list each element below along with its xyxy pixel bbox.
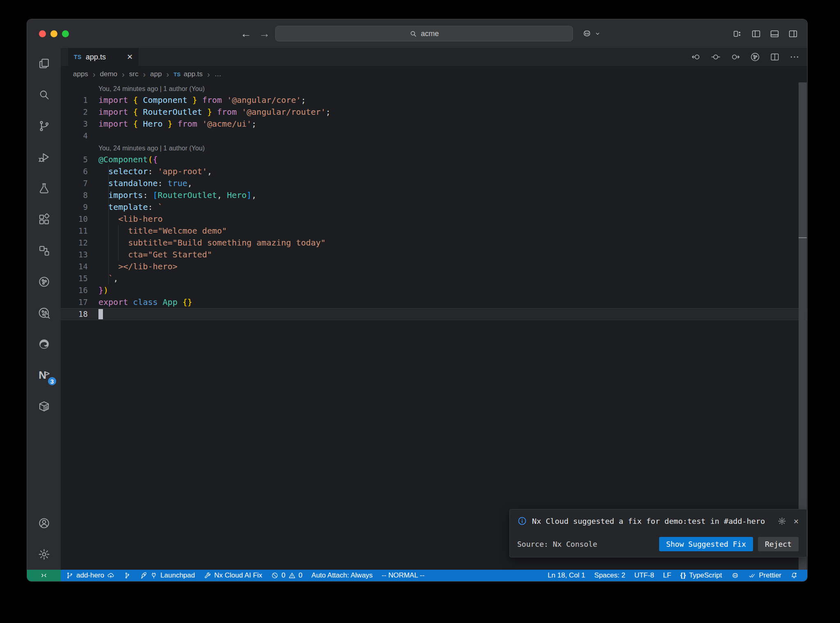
- breadcrumb-item-appts[interactable]: TSapp.ts: [173, 70, 203, 78]
- code-line-12[interactable]: 12 subtitle="Build something amazing tod…: [61, 237, 807, 249]
- nx-graph-search-icon[interactable]: [27, 297, 61, 328]
- code-line-17[interactable]: 17export class App {}: [61, 296, 807, 308]
- code-line-14[interactable]: 14 ></lib-hero>: [61, 261, 807, 273]
- zoom-window-button[interactable]: [62, 30, 69, 37]
- toggle-primary-sidebar-button[interactable]: [751, 29, 761, 39]
- code-line-8[interactable]: 8 imports: [RouterOutlet, Hero],: [61, 189, 807, 201]
- code-line-5[interactable]: 5@Component({: [61, 154, 807, 166]
- encoding-status[interactable]: UTF-8: [630, 570, 658, 581]
- code-line-10[interactable]: 10 <lib-hero: [61, 213, 807, 225]
- notification-close-icon[interactable]: ✕: [794, 516, 799, 526]
- notification-settings-icon[interactable]: [778, 517, 786, 525]
- problems-status[interactable]: 00: [267, 570, 307, 581]
- prev-change-button[interactable]: [691, 52, 701, 62]
- code-line-16[interactable]: 16}): [61, 284, 807, 296]
- pending-changes-button[interactable]: [710, 52, 721, 62]
- back-button[interactable]: ←: [240, 27, 251, 40]
- copilot-menu[interactable]: [582, 19, 601, 48]
- commit-graph-icon: [123, 572, 131, 579]
- breadcrumb-item-app[interactable]: app: [150, 70, 162, 78]
- close-window-button[interactable]: [39, 30, 46, 37]
- next-change-button[interactable]: [730, 52, 741, 62]
- panel-bottom-icon[interactable]: [769, 29, 780, 39]
- line-number: 12: [61, 237, 98, 249]
- label: TypeScript: [689, 571, 722, 580]
- status-bar: add-heroLaunchpadNx Cloud AI Fix00Auto A…: [27, 570, 807, 581]
- statusbar-right: Ln 18, Col 1Spaces: 2UTF-8LF{}TypeScript…: [543, 570, 807, 581]
- nx-console-icon[interactable]: N>3: [27, 359, 61, 391]
- panel-right-icon[interactable]: [788, 29, 798, 39]
- customize-layout-button[interactable]: [733, 29, 743, 39]
- breadcrumb-item-apps[interactable]: apps: [73, 70, 88, 78]
- breadcrumb-item-[interactable]: …: [215, 70, 221, 78]
- nx-targets-icon[interactable]: [27, 266, 61, 297]
- code-line-13[interactable]: 13 cta="Get Started": [61, 249, 807, 261]
- source-control-icon[interactable]: [27, 110, 61, 141]
- minimize-window-button[interactable]: [50, 30, 57, 37]
- testing-icon[interactable]: [27, 173, 61, 204]
- line-number: 9: [61, 201, 98, 213]
- project-graph-icon[interactable]: [27, 235, 61, 266]
- code-line-6[interactable]: 6 selector: 'app-root',: [61, 166, 807, 177]
- copilot-status[interactable]: [726, 570, 744, 581]
- scrollbar-slider[interactable]: [799, 82, 807, 570]
- show-suggested-fix-button[interactable]: Show Suggested Fix: [659, 537, 753, 551]
- panel-left-icon[interactable]: [751, 29, 761, 39]
- breadcrumb-item-demo[interactable]: demo: [100, 70, 118, 78]
- language-status[interactable]: {}TypeScript: [676, 570, 726, 581]
- notifications-bell[interactable]: [786, 570, 802, 581]
- containers-icon[interactable]: [27, 391, 61, 422]
- command-center-search[interactable]: acme: [275, 26, 573, 41]
- code-line-9[interactable]: 9 template: `: [61, 201, 807, 213]
- breadcrumb-item-src[interactable]: src: [129, 70, 139, 78]
- toggle-panel-button[interactable]: [769, 29, 780, 39]
- code-line-15[interactable]: 15 `,: [61, 273, 807, 284]
- blame-annotation[interactable]: You, 24 minutes ago | 1 author (You): [61, 142, 807, 154]
- code-line-2[interactable]: 2import { RouterOutlet } from '@angular/…: [61, 106, 807, 118]
- label: Spaces: 2: [594, 571, 625, 580]
- label: add-hero: [76, 571, 104, 580]
- code-editor[interactable]: You, 24 minutes ago | 1 author (You)1imp…: [61, 82, 807, 570]
- code-line-1[interactable]: 1import { Component } from '@angular/cor…: [61, 94, 807, 106]
- git-graph-status[interactable]: [119, 570, 135, 581]
- code-line-7[interactable]: 7 standalone: true,: [61, 177, 807, 189]
- layout-customize-icon[interactable]: [733, 29, 743, 39]
- nx-cloud-ai-fix-status[interactable]: Nx Cloud AI Fix: [199, 570, 267, 581]
- auto-attach-status[interactable]: Auto Attach: Always: [307, 570, 377, 581]
- close-tab-icon[interactable]: ✕: [127, 52, 133, 61]
- more-actions-button[interactable]: [789, 52, 800, 62]
- line-number: 13: [61, 249, 98, 261]
- launchpad-status[interactable]: Launchpad: [135, 570, 199, 581]
- settings-gear-icon[interactable]: [27, 539, 61, 570]
- cursor-position-status[interactable]: Ln 18, Col 1: [543, 570, 590, 581]
- remote-indicator[interactable]: [27, 570, 61, 581]
- breadcrumb-separator-icon: ›: [122, 70, 125, 79]
- label: -- NORMAL --: [382, 571, 425, 580]
- explorer-icon[interactable]: [27, 48, 61, 79]
- eol-status[interactable]: LF: [659, 570, 676, 581]
- vertical-scrollbar[interactable]: [799, 82, 807, 570]
- nx-run-target-button[interactable]: [750, 52, 760, 62]
- nx-badge: 3: [47, 376, 57, 386]
- search-icon[interactable]: [27, 79, 61, 110]
- git-branch-status[interactable]: add-hero: [62, 570, 119, 581]
- edge-tools-icon[interactable]: [27, 328, 61, 359]
- code-line-11[interactable]: 11 title="Welcmoe demo": [61, 225, 807, 237]
- toggle-secondary-sidebar-button[interactable]: [788, 29, 798, 39]
- forward-button[interactable]: →: [259, 27, 270, 40]
- accounts-icon[interactable]: [27, 507, 61, 539]
- formatter-status[interactable]: Prettier: [744, 570, 786, 581]
- bell-dot-icon: [790, 572, 798, 579]
- line-number: 3: [61, 118, 98, 130]
- code-line-18[interactable]: 18: [61, 308, 807, 320]
- code-line-4[interactable]: 4: [61, 130, 807, 142]
- vim-mode-status[interactable]: -- NORMAL --: [377, 570, 429, 581]
- code-line-3[interactable]: 3import { Hero } from '@acme/ui';: [61, 118, 807, 130]
- reject-button[interactable]: Reject: [758, 537, 799, 551]
- tab-app-ts[interactable]: TS app.ts ✕: [68, 48, 139, 66]
- blame-annotation[interactable]: You, 24 minutes ago | 1 author (You): [61, 82, 807, 94]
- split-editor-button[interactable]: [769, 52, 780, 62]
- indentation-status[interactable]: Spaces: 2: [590, 570, 630, 581]
- run-debug-icon[interactable]: [27, 141, 61, 173]
- extensions-icon[interactable]: [27, 204, 61, 235]
